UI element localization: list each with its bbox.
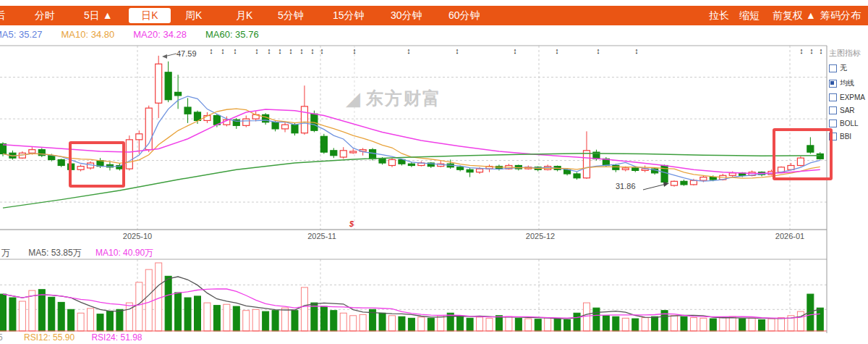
indicator-ma[interactable]: 均线 (829, 78, 868, 88)
volume-bar (331, 311, 337, 331)
volume-bar (106, 311, 113, 331)
event-marker-icon[interactable]: ↕ (634, 46, 639, 55)
event-marker-icon[interactable]: ↕ (209, 46, 213, 55)
checkbox-ma-checked[interactable] (829, 80, 837, 88)
volume-bar (58, 302, 64, 331)
volume-bar (272, 311, 278, 331)
event-marker-icon[interactable]: ↕ (310, 46, 315, 55)
indicator-boll[interactable]: BOLL (829, 119, 868, 127)
volume-bar (797, 311, 804, 331)
volume-bar (68, 309, 75, 331)
volume-bar (622, 318, 629, 331)
volume-bar (359, 314, 366, 331)
volume-bar (642, 318, 648, 331)
event-marker-icon[interactable]: ↕ (407, 46, 411, 55)
candle-down (292, 125, 298, 133)
eastmoney-logo-icon: ◢ (346, 88, 362, 110)
candle-down (195, 112, 201, 120)
indicator-sar[interactable]: SAR (829, 106, 868, 114)
candlestick-chart[interactable]: ↕↕↕↕↕↕↕↕↕↕↕↕↕↕↕↕↕↕↕↕ (0, 0, 868, 344)
volume-bar (204, 303, 210, 331)
high-price-label: 47.59 (176, 49, 197, 58)
annotation-box-left (69, 141, 125, 188)
event-marker-icon[interactable]: ↕ (596, 46, 600, 55)
tab-30min[interactable]: 30分钟 (391, 6, 422, 25)
tab-daily-k-selected[interactable]: 日K (129, 8, 171, 23)
indicator-bbi[interactable]: BBI (829, 133, 868, 140)
event-marker-icon[interactable]: ↕ (320, 46, 324, 55)
event-marker-icon[interactable]: ↕ (455, 46, 459, 55)
button-stretch[interactable]: 拉长 (709, 6, 729, 25)
volume-bar (126, 303, 132, 331)
ma-line (3, 289, 820, 319)
indicator-sar-label: SAR (840, 106, 855, 114)
tab-monthly-k[interactable]: 月K (236, 6, 252, 25)
indicator-expma-label: EXPMA (840, 93, 865, 101)
candle-down (710, 177, 716, 180)
event-marker-icon[interactable]: ↕ (352, 46, 357, 55)
low-price-label: 31.86 (616, 182, 636, 190)
volume-bar (671, 316, 678, 331)
dividend-marker-icon[interactable]: $ (349, 219, 354, 228)
tab-fenshi[interactable]: 分时 (35, 6, 55, 25)
ma-line (3, 277, 820, 319)
ma10-label: MA10: 34.80 (61, 29, 115, 42)
event-marker-icon[interactable]: ↕ (513, 46, 517, 55)
volume-bar (379, 313, 386, 331)
checkbox-none[interactable] (829, 64, 837, 72)
rsi12-label: RSI12: 55.90 (24, 332, 75, 343)
period-toolbar: 后 分时 5日 ▲ 日K 周K 月K 5分钟 15分钟 30分钟 60分钟 拉长… (0, 6, 868, 25)
event-marker-icon[interactable]: ↕ (233, 46, 237, 55)
event-marker-icon[interactable]: ↕ (255, 46, 259, 55)
toolbar-partial-left[interactable]: 后 (0, 6, 5, 25)
volume-bar (0, 294, 7, 331)
event-marker-icon[interactable]: ↕ (221, 46, 225, 55)
rsi-label-row: 5 RSI12: 55.90 RSI24: 51.98 (0, 332, 142, 343)
axis-label-nov: 2025-11 (307, 232, 336, 240)
candle-down (379, 159, 386, 163)
button-shrink[interactable]: 缩短 (739, 6, 760, 25)
volume-bar (418, 317, 425, 331)
indicator-none[interactable]: 无 (829, 63, 868, 73)
tab-15min[interactable]: 15分钟 (333, 6, 365, 25)
ma20-label: MA20: 34.28 (133, 29, 187, 42)
candle-up (243, 119, 250, 125)
tab-5day[interactable]: 5日 ▲ (84, 6, 113, 25)
event-marker-icon[interactable]: ↕ (267, 46, 271, 55)
volume-bar (768, 319, 775, 331)
indicator-expma[interactable]: EXPMA (829, 93, 868, 101)
volume-bar (652, 316, 658, 331)
volume-bar (311, 303, 318, 331)
volume-bar (632, 319, 639, 331)
candle-up (584, 151, 590, 178)
event-marker-icon[interactable]: ↕ (278, 46, 282, 55)
volume-partial-label: 万 (1, 248, 10, 258)
event-marker-icon[interactable]: ↕ (555, 46, 559, 55)
candle-down (272, 122, 278, 129)
checkbox-expma[interactable] (829, 93, 837, 101)
button-chip-distribution[interactable]: 筹码分布 (820, 6, 861, 25)
checkbox-sar[interactable] (829, 106, 837, 114)
volume-bar (243, 311, 250, 331)
candle-down (399, 159, 405, 164)
axis-label-oct: 2025-10 (123, 232, 152, 240)
event-marker-icon[interactable]: ↕ (299, 46, 304, 55)
event-marker-icon[interactable]: ↕ (809, 46, 814, 55)
tab-5min[interactable]: 5分钟 (278, 6, 304, 25)
tab-weekly-k[interactable]: 周K (185, 6, 202, 25)
event-marker-icon[interactable]: ↕ (819, 46, 823, 55)
volume-bar (495, 316, 502, 331)
volume-bar (399, 316, 405, 331)
volume-bar (515, 318, 522, 331)
tab-60min[interactable]: 60分钟 (448, 6, 480, 25)
button-forward-adjust[interactable]: 前复权 ▲ (773, 6, 816, 25)
candle-down (574, 174, 580, 178)
volume-bar (263, 311, 269, 331)
axis-label-dec: 2025-12 (526, 232, 555, 240)
checkbox-boll[interactable] (829, 119, 837, 127)
event-marker-icon[interactable]: ↕ (799, 46, 804, 55)
volume-bar (613, 316, 619, 331)
volume-bar (729, 316, 736, 331)
event-marker-icon[interactable]: ↕ (289, 46, 293, 55)
candle-up (126, 140, 132, 169)
